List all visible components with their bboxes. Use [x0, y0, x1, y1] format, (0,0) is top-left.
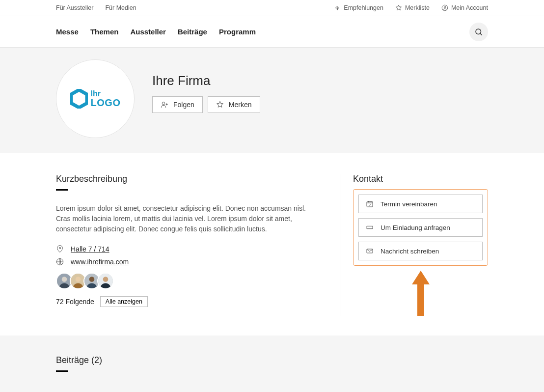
company-header: Ihr LOGO Ihre Firma Folgen Merken	[0, 48, 544, 153]
location-row: Halle 7 / 714	[56, 245, 317, 253]
nav-label: Programm	[219, 28, 256, 36]
svg-point-1	[444, 6, 446, 8]
svg-point-2	[476, 29, 481, 34]
calendar-check-icon	[366, 200, 374, 208]
svg-rect-15	[367, 249, 373, 253]
nav-programm[interactable]: Programm	[219, 28, 256, 36]
link-label: Für Medien	[105, 4, 136, 11]
button-label: Nachricht schreiben	[381, 248, 439, 255]
show-all-button[interactable]: Alle anzeigen	[100, 296, 148, 307]
posts-section: Beiträge (2)	[0, 336, 544, 392]
website-link[interactable]: www.ihrefirma.com	[71, 258, 129, 266]
button-label: Alle anzeigen	[106, 298, 142, 305]
einladung-button[interactable]: Um Einladung anfragen	[358, 218, 483, 237]
main-nav: Messe Themen Aussteller Beiträge Program…	[0, 16, 544, 48]
svg-point-11	[89, 277, 95, 282]
description-text: Lorem ipsum dolor sit amet, consectetur …	[56, 203, 316, 234]
svg-rect-14	[367, 201, 373, 207]
svg-point-9	[76, 277, 81, 282]
bookmark-button[interactable]: Merken	[208, 96, 260, 113]
logo-text-line1: Ihr	[91, 90, 121, 98]
nav-themen[interactable]: Themen	[90, 28, 119, 36]
nav-beitraege[interactable]: Beiträge	[178, 28, 207, 36]
link-label: Mein Account	[451, 4, 488, 11]
star-icon	[395, 4, 402, 11]
search-icon	[474, 28, 483, 36]
user-plus-icon	[161, 101, 168, 109]
nav-aussteller[interactable]: Aussteller	[130, 28, 166, 36]
nav-label: Messe	[56, 28, 79, 36]
hexagon-icon	[70, 89, 88, 109]
envelope-icon	[366, 247, 374, 255]
website-row: www.ihrefirma.com	[56, 258, 317, 266]
svg-point-3	[162, 102, 164, 105]
link-fuer-aussteller[interactable]: Für Aussteller	[56, 4, 93, 11]
svg-point-7	[62, 277, 67, 282]
kontakt-box: Termin vereinbaren Um Einladung anfragen…	[353, 189, 488, 266]
kurzbeschreibung-heading: Kurzbeschreibung	[56, 174, 317, 184]
logo-text-line2: LOGO	[91, 98, 121, 108]
link-empfehlungen[interactable]: Empfehlungen	[334, 4, 383, 11]
location-link[interactable]: Halle 7 / 714	[71, 245, 109, 253]
user-circle-icon	[441, 4, 448, 11]
nachricht-button[interactable]: Nachricht schreiben	[358, 242, 483, 260]
heading-underline	[56, 370, 68, 372]
link-label: Merkliste	[405, 4, 430, 11]
company-name: Ihre Firma	[152, 73, 260, 88]
nav-label: Aussteller	[130, 28, 166, 36]
nav-label: Beiträge	[178, 28, 207, 36]
star-icon	[216, 101, 224, 109]
link-fuer-medien[interactable]: Für Medien	[105, 4, 136, 11]
termin-button[interactable]: Termin vereinbaren	[358, 195, 483, 213]
globe-icon	[56, 258, 64, 266]
nav-label: Themen	[90, 28, 119, 36]
hand-point-icon	[334, 4, 341, 11]
follower-avatars	[56, 273, 317, 289]
button-label: Termin vereinbaren	[381, 200, 437, 208]
heading-underline	[56, 189, 68, 191]
avatar	[97, 273, 114, 289]
svg-point-4	[59, 247, 60, 249]
content-section: Kurzbeschreibung Lorem ipsum dolor sit a…	[0, 153, 544, 336]
svg-point-13	[103, 277, 109, 282]
link-label: Für Aussteller	[56, 4, 93, 11]
kontakt-heading: Kontakt	[353, 174, 488, 184]
beitraege-heading: Beiträge (2)	[56, 355, 488, 365]
search-button[interactable]	[469, 23, 488, 41]
company-logo: Ihr LOGO	[56, 59, 135, 138]
followers-count: 72 Folgende	[56, 298, 94, 306]
button-label: Merken	[229, 101, 252, 109]
link-mein-account[interactable]: Mein Account	[441, 4, 488, 11]
button-label: Folgen	[173, 101, 194, 109]
link-merkliste[interactable]: Merkliste	[395, 4, 430, 11]
link-label: Empfehlungen	[344, 4, 383, 11]
follow-button[interactable]: Folgen	[152, 96, 203, 113]
pin-icon	[56, 245, 64, 253]
utility-bar: Für Aussteller Für Medien Empfehlungen M…	[0, 0, 544, 16]
ticket-icon	[366, 224, 374, 231]
annotation-arrow	[353, 271, 488, 316]
nav-messe[interactable]: Messe	[56, 28, 79, 36]
button-label: Um Einladung anfragen	[381, 224, 450, 231]
